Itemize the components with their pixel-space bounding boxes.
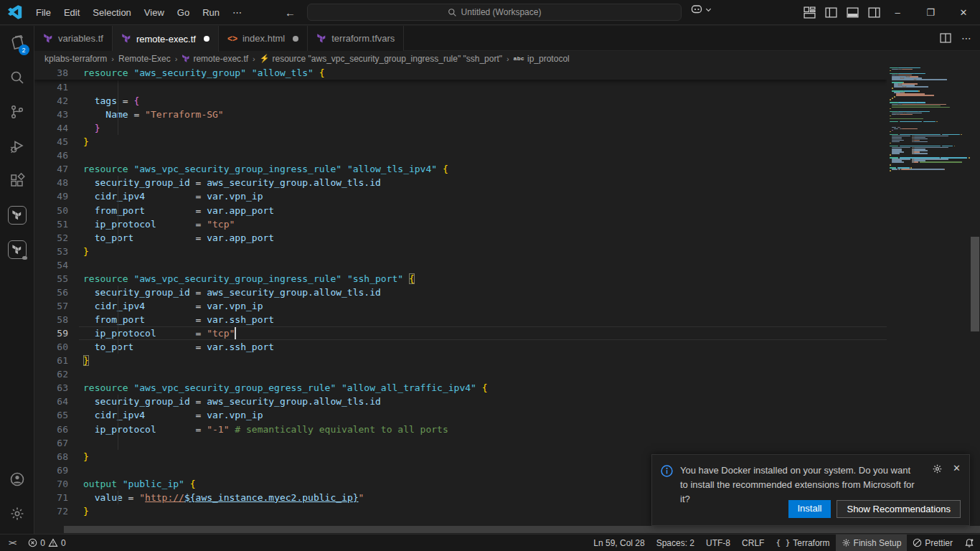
problems-indicator[interactable]: 0 0 <box>22 534 71 551</box>
status-eol[interactable]: CRLF <box>736 534 770 551</box>
status-notifications-bell[interactable] <box>958 534 980 551</box>
code-line-41[interactable]: 41 <box>34 80 887 94</box>
symbol-string-icon: abc <box>514 55 524 62</box>
menu-edit[interactable]: Edit <box>57 4 86 21</box>
minimap-line <box>923 121 936 122</box>
toggle-panel-icon[interactable] <box>845 6 859 20</box>
status-indentation[interactable]: Spaces: 2 <box>651 534 700 551</box>
code-line-59[interactable]: 59 ip_protocol = "tcp" <box>34 326 887 340</box>
status-label: UTF-8 <box>706 538 730 548</box>
breadcrumb-item[interactable]: ⚡resource "aws_vpc_security_group_ingres… <box>260 54 502 64</box>
code-line-63[interactable]: 63resource "aws_vpc_security_group_egres… <box>34 381 887 395</box>
code-line-57[interactable]: 57 cidr_ipv4 = var.vpn_ip <box>34 299 887 313</box>
sticky-scroll-line[interactable]: 38resource "aws_security_group" "allow_t… <box>34 66 887 80</box>
menu-bar: FileEditSelectionViewGoRun⋯ <box>29 4 248 21</box>
status-language-mode[interactable]: { }Terraform <box>770 534 835 551</box>
code-line-47[interactable]: 47resource "aws_vpc_security_group_ingre… <box>34 162 887 176</box>
code-line-49[interactable]: 49 cidr_ipv4 = var.vpn_ip <box>34 189 887 203</box>
code-line-46[interactable]: 46 <box>34 149 887 162</box>
status-finish-setup[interactable]: Finish Setup <box>836 534 908 551</box>
minimap-line <box>890 70 891 71</box>
code-line-45[interactable]: 45} <box>34 135 887 149</box>
menu-file[interactable]: File <box>29 4 57 21</box>
install-button[interactable]: Install <box>788 500 831 518</box>
line-content: security_group_id = aws_security_group.a… <box>79 286 887 299</box>
breadcrumb-label: ip_protocol <box>527 54 570 64</box>
remote-indicator[interactable]: >< <box>0 534 22 551</box>
nav-back-button[interactable]: ← <box>278 5 302 20</box>
settings-gear-icon[interactable] <box>0 496 34 531</box>
terraform-sidebar-icon[interactable] <box>0 198 34 232</box>
accounts-icon[interactable] <box>0 462 34 496</box>
minimap-line <box>894 128 898 129</box>
tab-variables.tf[interactable]: variables.tf <box>34 26 113 51</box>
close-button[interactable]: ✕ <box>947 0 980 25</box>
code-line-61[interactable]: 61} <box>34 354 887 367</box>
notification-gear-icon[interactable] <box>932 463 943 474</box>
command-center-search[interactable]: Untitled (Workspace) <box>307 4 682 21</box>
toggle-primary-sidebar-icon[interactable] <box>824 6 838 20</box>
run-debug-icon[interactable] <box>0 129 34 164</box>
code-line-62[interactable]: 62 <box>34 367 887 381</box>
code-line-54[interactable]: 54 <box>34 258 887 272</box>
status-bar: >< 0 0 Ln 59, Col 28Spaces: 2UTF-8CRLF{ … <box>0 534 980 551</box>
status-encoding[interactable]: UTF-8 <box>700 534 736 551</box>
code-line-65[interactable]: 65 cidr_ipv4 = var.vpn_ip <box>34 408 887 422</box>
code-line-42[interactable]: 42 tags = { <box>34 94 887 108</box>
breadcrumb-item[interactable]: Remote-Exec <box>118 54 171 64</box>
copilot-menu[interactable] <box>691 4 712 14</box>
more-actions-icon[interactable]: ⋯ <box>961 32 971 44</box>
vertical-scrollbar-thumb[interactable] <box>971 237 979 331</box>
tab-terraform.tfvars[interactable]: terraform.tfvars <box>308 26 404 51</box>
tab-remote-exec.tf[interactable]: remote-exec.tf <box>113 26 219 52</box>
search-sidebar-icon[interactable] <box>0 60 34 95</box>
menu-view[interactable]: View <box>138 4 171 21</box>
extensions-icon[interactable] <box>0 164 34 198</box>
code-line-44[interactable]: 44 } <box>34 121 887 135</box>
show-recommendations-button[interactable]: Show Recommendations <box>837 500 961 518</box>
line-content: ip_protocol = "tcp" <box>79 217 887 231</box>
dirty-indicator[interactable] <box>204 36 209 42</box>
menu-selection[interactable]: Selection <box>86 4 137 21</box>
minimize-button[interactable]: – <box>881 0 914 25</box>
code-line-43[interactable]: 43 Name = "Terraform-SG" <box>34 108 887 121</box>
menu-go[interactable]: Go <box>171 4 196 21</box>
code-line-55[interactable]: 55resource "aws_vpc_security_group_ingre… <box>34 272 887 286</box>
code-line-67[interactable]: 67 <box>34 436 887 450</box>
toggle-secondary-sidebar-icon[interactable] <box>867 6 881 20</box>
explorer-icon[interactable]: 2 <box>0 26 34 60</box>
code-line-58[interactable]: 58 from_port = var.ssh_port <box>34 313 887 326</box>
code-line-51[interactable]: 51 ip_protocol = "tcp" <box>34 217 887 231</box>
split-editor-icon[interactable] <box>940 32 951 44</box>
menu-more[interactable]: ⋯ <box>226 4 248 21</box>
line-number: 70 <box>34 477 79 491</box>
customize-layout-icon[interactable] <box>802 6 816 20</box>
code-line-64[interactable]: 64 security_group_id = aws_security_grou… <box>34 395 887 408</box>
code-line-56[interactable]: 56 security_group_id = aws_security_grou… <box>34 286 887 299</box>
breadcrumb-item[interactable]: kplabs-terraform <box>44 54 107 64</box>
code-line-53[interactable]: 53} <box>34 245 887 258</box>
restore-button[interactable]: ❐ <box>914 0 947 25</box>
dirty-indicator[interactable] <box>293 36 298 42</box>
breadcrumb-item[interactable]: remote-exec.tf <box>182 54 248 64</box>
status-cursor-position[interactable]: Ln 59, Col 28 <box>588 534 650 551</box>
indent-guide <box>118 491 118 504</box>
code-line-60[interactable]: 60 to_port = var.ssh_port <box>34 340 887 354</box>
vertical-scrollbar[interactable] <box>970 66 980 534</box>
code-line-52[interactable]: 52 to_port = var.app_port <box>34 231 887 245</box>
indent-guide <box>118 108 118 121</box>
breadcrumb-item[interactable]: abcip_protocol <box>514 54 570 64</box>
tab-label: variables.tf <box>58 33 103 44</box>
status-label: CRLF <box>742 538 764 548</box>
minimap-line <box>902 104 946 105</box>
horizontal-scrollbar[interactable] <box>64 526 980 533</box>
source-control-icon[interactable] <box>0 95 34 129</box>
code-line-50[interactable]: 50 from_port = var.app_port <box>34 204 887 217</box>
tab-index.html[interactable]: <>index.html <box>219 26 308 51</box>
indent-guide <box>118 217 118 231</box>
code-line-66[interactable]: 66 ip_protocol = "-1" # semantically equ… <box>34 423 887 436</box>
terraform-cloud-icon[interactable] <box>0 232 34 267</box>
status-prettier[interactable]: Prettier <box>907 534 958 551</box>
code-line-48[interactable]: 48 security_group_id = aws_security_grou… <box>34 176 887 189</box>
menu-run[interactable]: Run <box>196 4 226 21</box>
